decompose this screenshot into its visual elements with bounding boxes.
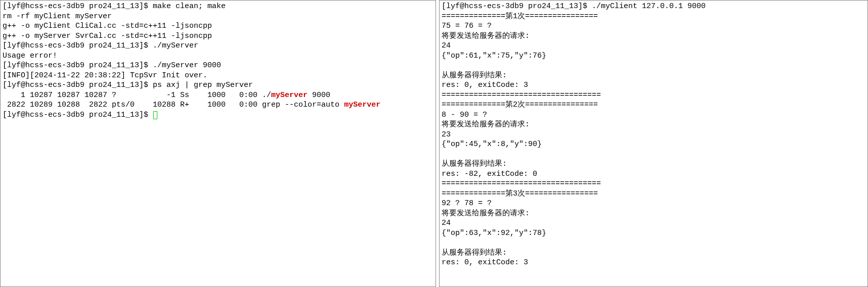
left-line: 1 10287 10287 10287 ? -1 Ss 1000 0:00 ./… xyxy=(3,90,433,101)
terminal-text: 从服务器得到结果: xyxy=(442,71,507,80)
right-line: {"op":63,"x":92,"y":78} xyxy=(442,228,865,238)
terminal-text: 从服务器得到结果: xyxy=(442,249,507,257)
left-line: Usage error! xyxy=(3,51,433,61)
terminal-text: 75 = 76 = ? xyxy=(442,22,492,30)
left-line: g++ -o myClient CliCal.cc -std=c++11 -lj… xyxy=(3,21,433,31)
left-line: rm -rf myClient myServer xyxy=(3,12,433,22)
right-line xyxy=(442,150,865,160)
right-line: =================================== xyxy=(442,179,865,189)
terminal-text: 将要发送给服务器的请求: xyxy=(442,209,530,218)
right-line: 92 ? 78 = ? xyxy=(442,199,865,209)
terminal-cursor xyxy=(153,111,157,119)
terminal-text: ==============第2次================ xyxy=(442,101,598,109)
right-line: 75 = 76 = ? xyxy=(442,21,865,31)
right-line: ==============第3次================ xyxy=(442,189,865,199)
terminal-text: g++ -o myServer SvrCal.cc -std=c++11 -lj… xyxy=(3,32,212,40)
terminal-text: 2822 10289 10288 2822 pts/0 10288 R+ 100… xyxy=(3,101,344,109)
left-line: [lyf@hcss-ecs-3db9 pro24_11_13]$ ps axj … xyxy=(3,80,433,90)
terminal-text xyxy=(442,238,446,247)
terminal-text: 1 10287 10287 10287 ? -1 Ss 1000 0:00 ./ xyxy=(3,91,271,100)
right-line: 24 xyxy=(442,41,865,51)
terminal-text: 将要发送给服务器的请求: xyxy=(442,120,530,129)
right-line: 将要发送给服务器的请求: xyxy=(442,209,865,219)
terminal-text: [INFO][2024-11-22 20:38:22] TcpSvr Init … xyxy=(3,71,207,80)
right-line: 23 xyxy=(442,130,865,140)
terminal-text: =================================== xyxy=(442,91,601,100)
terminal-text: res: 0, exitCode: 3 xyxy=(442,81,528,89)
right-line: res: -82, exitCode: 0 xyxy=(442,169,865,179)
terminal-text: 9000 xyxy=(308,91,330,100)
right-line: =================================== xyxy=(442,90,865,101)
right-line: 24 xyxy=(442,218,865,228)
terminal-text: 8 - 90 = ? xyxy=(442,111,487,119)
terminal-text: g++ -o myClient CliCal.cc -std=c++11 -lj… xyxy=(3,22,212,30)
right-line: res: 0, exitCode: 3 xyxy=(442,80,865,90)
right-line: 将要发送给服务器的请求: xyxy=(442,31,865,41)
right-line: ==============第1次================ xyxy=(442,12,865,22)
right-line: 8 - 90 = ? xyxy=(442,110,865,120)
terminal-left[interactable]: [lyf@hcss-ecs-3db9 pro24_11_13]$ make cl… xyxy=(0,0,436,287)
right-line: {"op":61,"x":75,"y":76} xyxy=(442,51,865,61)
terminal-right[interactable]: [lyf@hcss-ecs-3db9 pro24_11_13]$ ./myCli… xyxy=(439,0,868,287)
terminal-text: ==============第3次================ xyxy=(442,189,598,198)
terminal-text: {"op":63,"x":92,"y":78} xyxy=(442,229,546,237)
terminal-text: [lyf@hcss-ecs-3db9 pro24_11_13]$ ./mySer… xyxy=(3,61,221,70)
terminal-text: res: 0, exitCode: 3 xyxy=(442,258,528,267)
terminal-text: res: -82, exitCode: 0 xyxy=(442,170,537,178)
terminal-text: 将要发送给服务器的请求: xyxy=(442,32,530,40)
left-line: [INFO][2024-11-22 20:38:22] TcpSvr Init … xyxy=(3,71,433,81)
terminal-text: 92 ? 78 = ? xyxy=(442,199,492,208)
right-line: {"op":45,"x":8,"y":90} xyxy=(442,139,865,150)
terminal-text: =================================== xyxy=(442,179,601,188)
terminal-text: {"op":61,"x":75,"y":76} xyxy=(442,52,546,60)
terminal-text: [lyf@hcss-ecs-3db9 pro24_11_13]$ make cl… xyxy=(3,2,226,11)
terminal-text: [lyf@hcss-ecs-3db9 pro24_11_13]$ ps axj … xyxy=(3,81,253,89)
right-line xyxy=(442,61,865,71)
terminal-text xyxy=(442,150,446,159)
left-line: [lyf@hcss-ecs-3db9 pro24_11_13]$ ./mySer… xyxy=(3,61,433,71)
terminal-text: 24 xyxy=(442,41,451,50)
terminal-text: [lyf@hcss-ecs-3db9 pro24_11_13]$ ./mySer… xyxy=(3,41,198,50)
right-line: ==============第2次================ xyxy=(442,100,865,110)
left-line: [lyf@hcss-ecs-3db9 pro24_11_13]$ ./mySer… xyxy=(3,41,433,51)
terminal-text: [lyf@hcss-ecs-3db9 pro24_11_13]$ xyxy=(3,111,153,119)
highlight-match: myServer xyxy=(344,101,380,109)
right-line: 将要发送给服务器的请求: xyxy=(442,120,865,130)
terminal-text: 从服务器得到结果: xyxy=(442,160,507,168)
right-line xyxy=(442,238,865,248)
left-line: g++ -o myServer SvrCal.cc -std=c++11 -lj… xyxy=(3,31,433,41)
terminal-text xyxy=(442,61,446,70)
right-line: 从服务器得到结果: xyxy=(442,159,865,169)
terminal-text: 24 xyxy=(442,219,451,227)
left-line: [lyf@hcss-ecs-3db9 pro24_11_13]$ xyxy=(3,110,433,120)
terminal-text: ==============第1次================ xyxy=(442,12,598,21)
terminal-text: 23 xyxy=(442,130,451,139)
left-line: 2822 10289 10288 2822 pts/0 10288 R+ 100… xyxy=(3,100,433,110)
highlight-match: myServer xyxy=(271,91,308,100)
right-line: 从服务器得到结果: xyxy=(442,71,865,81)
right-line: res: 0, exitCode: 3 xyxy=(442,258,865,268)
right-line: 从服务器得到结果: xyxy=(442,248,865,258)
terminal-text: Usage error! xyxy=(3,52,57,60)
terminal-text: [lyf@hcss-ecs-3db9 pro24_11_13]$ ./myCli… xyxy=(442,2,706,11)
terminal-text: rm -rf myClient myServer xyxy=(3,12,112,21)
right-line: [lyf@hcss-ecs-3db9 pro24_11_13]$ ./myCli… xyxy=(442,2,865,12)
terminal-text: {"op":45,"x":8,"y":90} xyxy=(442,140,542,149)
left-line: [lyf@hcss-ecs-3db9 pro24_11_13]$ make cl… xyxy=(3,2,433,12)
